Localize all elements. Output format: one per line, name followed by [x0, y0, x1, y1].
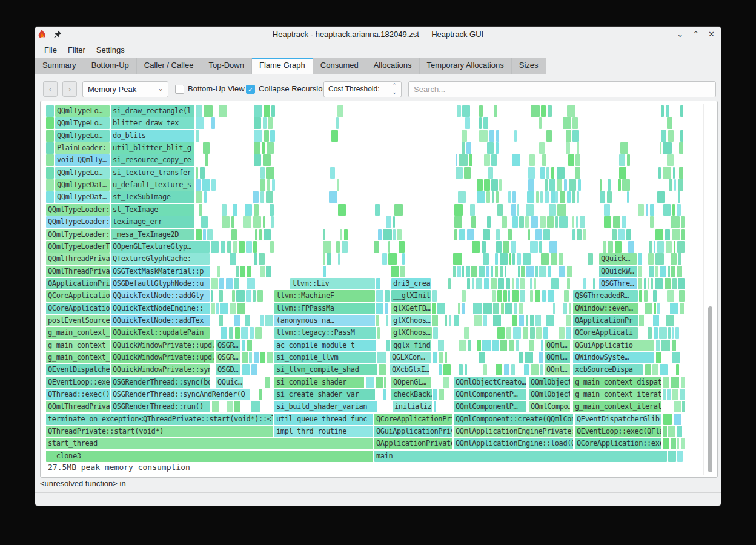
flame-cell-small[interactable] — [644, 290, 648, 302]
flame-cell-small[interactable] — [672, 204, 675, 216]
flame-cell-small[interactable] — [196, 179, 201, 191]
tab-consumed[interactable]: Consumed — [313, 58, 366, 74]
flame-cell-small[interactable] — [512, 216, 518, 228]
flame-cell-small[interactable] — [530, 315, 534, 326]
flame-cell-small[interactable] — [650, 204, 655, 216]
flame-cell-small[interactable] — [235, 327, 240, 339]
flame-cell-small[interactable] — [505, 266, 506, 277]
flame-cell-small[interactable] — [603, 241, 606, 253]
flame-cell-small[interactable] — [323, 253, 325, 265]
flame-cell-small[interactable] — [237, 303, 245, 314]
flame-cell-small[interactable] — [650, 216, 654, 228]
flame-cell-small[interactable] — [607, 191, 612, 203]
flame-cell-small[interactable] — [519, 352, 524, 363]
flame-cell[interactable]: si_create_shader_var — [274, 389, 375, 400]
flame-cell-small[interactable] — [495, 253, 498, 265]
flame-cell-small[interactable] — [559, 253, 563, 265]
tab-flame-graph[interactable]: Flame Graph — [252, 58, 313, 74]
flame-cell-small[interactable] — [567, 266, 572, 277]
flame-cell-small[interactable] — [454, 315, 459, 326]
flame-cell-small[interactable] — [526, 315, 528, 326]
flame-cell[interactable]: g_main_context_iterat — [573, 401, 661, 412]
flame-cell-small[interactable] — [569, 179, 576, 191]
flame-cell-small[interactable] — [260, 191, 264, 203]
flame-cell-small[interactable] — [251, 364, 257, 375]
flame-cell[interactable]: g_main_context_it — [46, 352, 110, 363]
flame-cell[interactable]: si_compile_llvm — [274, 352, 376, 363]
flame-cell-small[interactable] — [388, 241, 390, 253]
flame-cell-small[interactable] — [539, 266, 546, 277]
flame-cell-small[interactable] — [242, 352, 248, 363]
flame-cell-small[interactable] — [496, 229, 500, 240]
flame-cell-small[interactable] — [46, 105, 54, 117]
flame-cell-small[interactable] — [234, 401, 240, 412]
tab-allocations[interactable]: Allocations — [366, 58, 420, 74]
flame-cell-small[interactable] — [663, 377, 669, 388]
flame-cell-small[interactable] — [472, 241, 480, 253]
flame-cell[interactable]: QEventLoop::exec( — [46, 377, 110, 388]
flame-cell-small[interactable] — [247, 266, 251, 277]
flame-cell-small[interactable] — [231, 229, 237, 240]
flame-cell-small[interactable] — [658, 167, 661, 179]
flame-cell-small[interactable] — [638, 253, 642, 265]
flame-cell[interactable]: g_main_context_d: — [46, 327, 110, 339]
flame-cell-small[interactable] — [439, 364, 442, 375]
flame-cell-small[interactable] — [323, 229, 325, 240]
flame-cell-small[interactable] — [519, 303, 523, 314]
flame-cell-small[interactable] — [484, 154, 490, 166]
flame-cell-small[interactable] — [503, 290, 506, 302]
flame-cell-small[interactable] — [477, 191, 485, 203]
flame-cell-small[interactable] — [462, 303, 465, 314]
flame-cell-small[interactable] — [677, 241, 685, 253]
flame-cell-small[interactable] — [476, 278, 482, 289]
flame-cell[interactable]: QApplicationPr — [573, 315, 638, 326]
flame-cell-small[interactable] — [497, 290, 502, 302]
flame-cell[interactable]: QQml… — [545, 340, 570, 351]
flame-cell-small[interactable] — [525, 216, 529, 228]
flame-cell-small[interactable] — [619, 154, 625, 166]
flame-cell-small[interactable] — [227, 241, 232, 253]
minimize-button[interactable]: ⌄ — [677, 30, 683, 39]
flame-cell-small[interactable] — [499, 179, 501, 191]
flame-cell-small[interactable] — [536, 327, 542, 339]
flame-cell-small[interactable] — [323, 266, 326, 277]
menu-file[interactable]: File — [39, 42, 62, 58]
flame-cell-small[interactable] — [557, 179, 562, 191]
flame-cell-small[interactable] — [678, 191, 680, 203]
flame-cell-small[interactable] — [513, 327, 521, 339]
flame-cell[interactable]: QQmlApplicationEnginePrivate:: — [454, 426, 573, 437]
flame-cell[interactable]: QGuiApplicationPriva — [374, 426, 452, 437]
flame-cell-small[interactable] — [496, 130, 499, 142]
flame-cell-small[interactable] — [677, 204, 681, 216]
flame-cell-small[interactable] — [661, 130, 666, 142]
flame-cell-small[interactable] — [677, 426, 681, 437]
flame-cell[interactable]: st_TexSubImage — [111, 191, 194, 203]
flame-cell-small[interactable] — [196, 167, 198, 179]
flame-cell-small[interactable] — [492, 340, 499, 351]
flame-cell[interactable]: postEventSourceD: — [46, 315, 110, 326]
flame-cell-small[interactable] — [477, 179, 483, 191]
flame-cell[interactable]: QGLXCon… — [390, 352, 431, 363]
flame-cell-small[interactable] — [566, 315, 571, 326]
flame-cell[interactable]: QCoreApplicationP — [46, 303, 110, 314]
flame-cell-small[interactable] — [236, 266, 239, 277]
flame-cell-small[interactable] — [666, 105, 669, 117]
flame-cell-small[interactable] — [575, 154, 580, 166]
spin-down-icon[interactable]: ⌄ — [392, 89, 397, 96]
flame-cell-small[interactable] — [653, 315, 659, 326]
flame-cell-small[interactable] — [546, 130, 552, 142]
flame-cell-small[interactable] — [383, 389, 386, 400]
flame-cell-small[interactable] — [207, 229, 213, 240]
flame-cell-small[interactable] — [386, 340, 389, 351]
flame-cell-small[interactable] — [653, 290, 657, 302]
flame-cell-small[interactable] — [246, 290, 251, 302]
flame-cell-small[interactable] — [663, 414, 672, 425]
flame-cell[interactable]: QEventDispatcher. — [46, 364, 110, 375]
flame-cell-small[interactable] — [487, 216, 490, 228]
flame-cell-small[interactable] — [542, 154, 546, 166]
flame-cell-small[interactable] — [445, 352, 447, 363]
flame-cell-small[interactable] — [557, 204, 566, 216]
flame-cell[interactable]: QQuickText::updatePain — [111, 327, 210, 339]
flame-cell-small[interactable] — [559, 327, 564, 339]
flame-cell-small[interactable] — [46, 142, 54, 154]
